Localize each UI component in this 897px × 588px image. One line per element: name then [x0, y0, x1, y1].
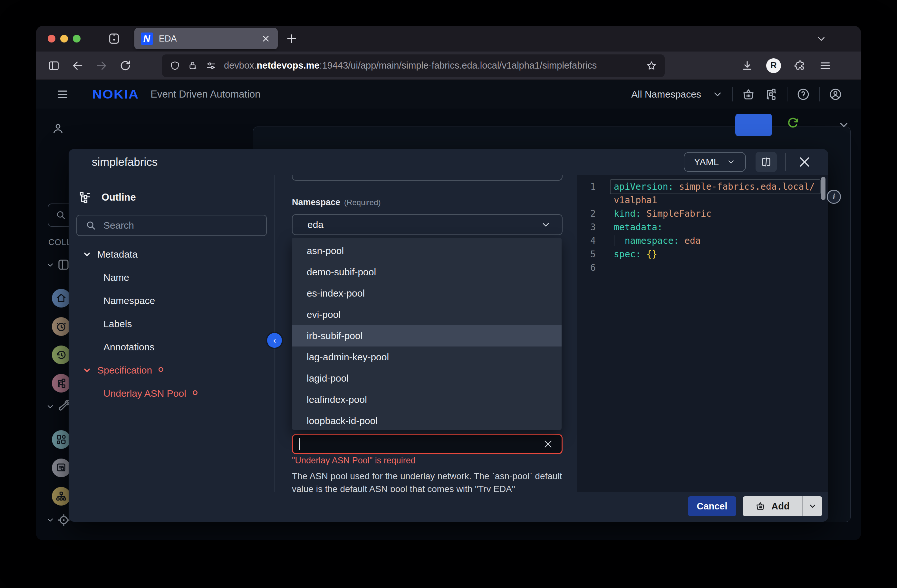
chevron-down-icon[interactable] — [712, 89, 723, 100]
topology-hierarchy-icon[interactable] — [52, 487, 70, 506]
underlay-asn-pool-input[interactable] — [292, 434, 563, 454]
namespace-select[interactable]: eda — [292, 214, 563, 235]
add-button[interactable]: Add — [743, 496, 802, 516]
create-button-partial[interactable] — [735, 114, 772, 136]
name-input-partial[interactable] — [292, 175, 563, 181]
basket-icon — [755, 501, 765, 512]
profile-avatar[interactable]: R — [766, 58, 781, 73]
macos-zoom-button[interactable] — [73, 35, 81, 43]
history-icon[interactable] — [52, 345, 70, 364]
macos-close-button[interactable] — [48, 35, 55, 43]
chevron-down-icon[interactable] — [46, 261, 55, 270]
tab-close-icon[interactable] — [261, 34, 271, 43]
user-account-icon[interactable] — [829, 88, 842, 101]
dropdown-option[interactable]: loopback-id-pool — [292, 410, 562, 432]
back-icon[interactable] — [72, 60, 84, 72]
line-number: 5 — [590, 247, 600, 261]
refresh-arc-icon[interactable] — [786, 116, 800, 129]
outline-search-input[interactable] — [103, 220, 262, 231]
bookmark-star-icon[interactable] — [646, 60, 657, 71]
dropdown-option-label: demo-subif-pool — [307, 267, 376, 278]
outline-tree-item[interactable]: Namespace — [69, 289, 274, 312]
transactions-flow-icon[interactable] — [764, 88, 778, 101]
code-line: metadata: — [611, 221, 820, 234]
cancel-button[interactable]: Cancel — [688, 496, 736, 516]
components-grid-icon[interactable] — [52, 430, 70, 449]
clear-x-icon[interactable] — [543, 439, 553, 449]
app-menu-icon[interactable] — [56, 88, 69, 101]
code-line — [611, 261, 820, 275]
alarm-clock-icon[interactable] — [52, 317, 70, 336]
yaml-line: 4 namespace: eda — [577, 234, 828, 247]
reload-icon[interactable] — [119, 60, 132, 72]
sidebar-toggle-icon[interactable] — [48, 60, 60, 72]
menu-hamburger-icon[interactable] — [819, 60, 831, 72]
chevron-down-icon[interactable] — [46, 516, 55, 525]
close-icon[interactable] — [798, 155, 811, 169]
forward-icon[interactable] — [95, 60, 108, 72]
outline-tree-item[interactable]: Underlay ASN Pool — [69, 382, 274, 405]
tree-item-label: Metadata — [97, 249, 138, 260]
format-select[interactable]: YAML — [684, 152, 746, 172]
macos-minimize-button[interactable] — [60, 35, 68, 43]
namespace-field-label: Namespace(Required) — [292, 197, 381, 208]
code-line: apiVersion: simple-fabrics.eda.local/ — [611, 180, 820, 194]
basket-icon[interactable] — [742, 88, 755, 101]
home-icon[interactable] — [52, 289, 70, 307]
line-number: 1 — [590, 180, 600, 194]
permissions-toggles-icon[interactable] — [206, 61, 216, 71]
shield-icon[interactable] — [170, 61, 180, 71]
outline-search[interactable] — [77, 215, 267, 236]
dropdown-option[interactable]: irb-subif-pool — [292, 325, 562, 347]
book-icon[interactable] — [57, 258, 70, 272]
yaml-line: v1alpha1 — [577, 194, 828, 207]
outline-tree-item[interactable]: Labels — [69, 312, 274, 336]
person-icon[interactable] — [52, 122, 64, 135]
dropdown-option[interactable]: leafindex-pool — [292, 389, 562, 410]
yaml-editor[interactable]: 1 apiVersion: simple-fabrics.eda.local/ … — [577, 175, 828, 492]
outline-tree-item[interactable]: Specification — [69, 359, 274, 382]
modal-header: simplefabrics YAML — [69, 149, 828, 175]
divider — [819, 87, 820, 101]
outline-tree-item[interactable]: Metadata — [69, 243, 274, 266]
workflows-icon[interactable] — [52, 374, 70, 393]
dropdown-option[interactable]: es-index-pool — [292, 283, 562, 304]
info-icon[interactable]: i — [827, 190, 841, 204]
outline-tree-item[interactable]: Name — [69, 266, 274, 289]
modal-body: Outline Metadata Name Namespace Labels — [69, 175, 828, 492]
dropdown-option-label: irb-subif-pool — [307, 330, 363, 341]
dropdown-option[interactable]: asn-pool — [292, 240, 562, 261]
browser-window: N EDA — [36, 26, 861, 540]
collapse-outline-button[interactable]: ‹ — [267, 333, 282, 348]
code-line: namespace: eda — [611, 234, 820, 247]
chevron-down-icon — [727, 157, 736, 166]
dropdown-option[interactable]: lagid-pool — [292, 368, 562, 389]
document-search-icon[interactable] — [52, 458, 70, 477]
outline-tree-item[interactable]: Annotations — [69, 336, 274, 359]
tab-list-chevron-icon[interactable] — [816, 34, 827, 44]
address-bar[interactable]: devbox.netdevops.me:19443/ui/app/main/si… — [162, 54, 665, 77]
dropdown-option[interactable]: lag-admin-key-pool — [292, 347, 562, 368]
editor-scrollbar-thumb[interactable] — [821, 177, 825, 200]
new-tab-button[interactable] — [286, 33, 297, 44]
add-options-chevron[interactable] — [802, 496, 822, 516]
dropdown-option[interactable]: evi-pool — [292, 304, 562, 325]
firefox-view-icon[interactable] — [108, 32, 121, 45]
split-view-button[interactable] — [756, 152, 777, 172]
namespace-selector[interactable]: All Namespaces — [631, 89, 701, 100]
extensions-puzzle-icon[interactable] — [794, 60, 806, 72]
yaml-code: 1 apiVersion: simple-fabrics.eda.local/ … — [577, 180, 828, 275]
chevron-down-icon — [82, 365, 92, 375]
browser-tab[interactable]: N EDA — [134, 28, 278, 49]
help-icon[interactable] — [796, 88, 810, 101]
collapse-panel-chevron-icon[interactable] — [838, 119, 850, 131]
code-line: spec: {} — [611, 247, 820, 261]
line-number: 2 — [590, 207, 600, 221]
chevron-down-icon[interactable] — [46, 402, 55, 411]
lock-warning-icon[interactable] — [188, 61, 198, 71]
line-number — [590, 194, 600, 207]
yaml-line: 6 — [577, 261, 828, 275]
dropdown-option[interactable]: demo-subif-pool — [292, 261, 562, 283]
search-icon — [86, 220, 96, 231]
downloads-icon[interactable] — [741, 60, 753, 72]
